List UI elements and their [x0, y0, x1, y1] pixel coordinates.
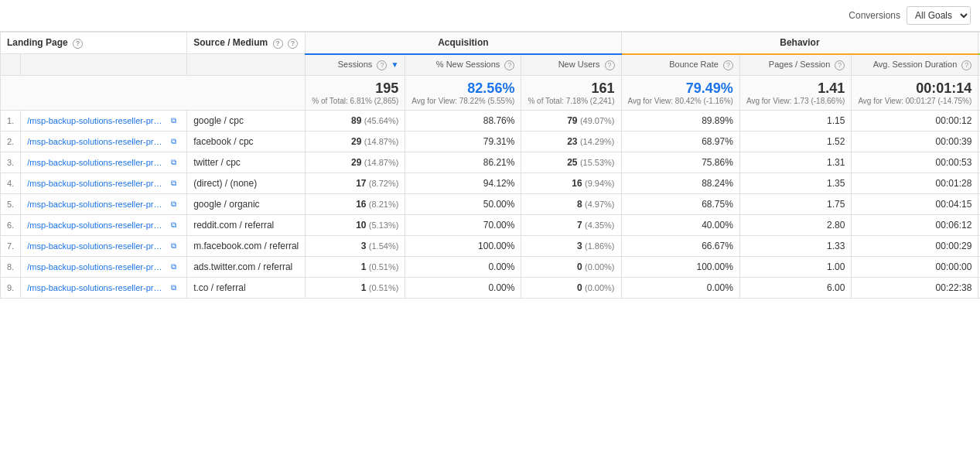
- source-medium-help-icon[interactable]: ?: [273, 39, 283, 49]
- pct-new-sessions-cell: 50.00%: [405, 193, 521, 214]
- table-row: 1. /msp-backup-solutions-reseller-progra…: [1, 110, 981, 131]
- pages-session-help-icon[interactable]: ?: [835, 60, 845, 70]
- bounce-rate-cell: 68.75%: [621, 193, 739, 214]
- sessions-cell: 1 (0.51%): [306, 277, 405, 298]
- landing-page-cell: /msp-backup-solutions-reseller-program/ …: [21, 256, 187, 277]
- totals-pages-sub: Avg for View: 1.73 (-18.66%): [746, 97, 845, 105]
- new-users-help-icon[interactable]: ?: [605, 60, 615, 70]
- landing-page-ext-icon[interactable]: ⧉: [171, 116, 180, 125]
- totals-new-users-sub: % of Total: 7.18% (2,241): [528, 97, 614, 105]
- source-medium-header: Source / Medium ? ?: [187, 32, 306, 54]
- pages-session-cell: 1.31: [739, 152, 851, 173]
- pages-session-cell: 1.00: [739, 256, 851, 277]
- landing-page-link[interactable]: /msp-backup-solutions-reseller-program/: [27, 262, 166, 272]
- pages-session-col-header[interactable]: Pages / Session ?: [739, 54, 851, 76]
- landing-page-header: Landing Page ?: [1, 32, 187, 54]
- pages-session-cell: 1.75: [739, 193, 851, 214]
- totals-bounce-sub: Avg for View: 80.42% (-1.16%): [628, 97, 733, 105]
- totals-sessions-val: 195: [312, 80, 398, 97]
- new-users-col-header[interactable]: New Users ?: [521, 54, 621, 76]
- row-num-col: [1, 54, 21, 76]
- table-row: 2. /msp-backup-solutions-reseller-progra…: [1, 131, 981, 152]
- behavior-section-header: Behavior: [621, 32, 978, 54]
- totals-pct-new-sub: Avg for View: 78.22% (5.55%): [411, 97, 514, 105]
- landing-page-link[interactable]: /msp-backup-solutions-reseller-program/: [27, 283, 166, 292]
- landing-page-ext-icon[interactable]: ⧉: [171, 179, 180, 188]
- source-medium-cell: t.co / referral: [187, 277, 306, 298]
- table-row: 6. /msp-backup-solutions-reseller-progra…: [1, 214, 981, 235]
- source-medium-cell: m.facebook.com / referral: [187, 235, 306, 256]
- landing-page-ext-icon[interactable]: ⧉: [171, 137, 180, 146]
- source-medium-cell: google / organic: [187, 193, 306, 214]
- landing-page-ext-icon[interactable]: ⧉: [171, 220, 180, 230]
- table-row: 3. /msp-backup-solutions-reseller-progra…: [1, 152, 981, 173]
- landing-page-ext-icon[interactable]: ⧉: [171, 283, 180, 292]
- sessions-col-header[interactable]: Sessions ? ▼: [306, 54, 405, 76]
- totals-bounce-val: 79.49%: [686, 80, 733, 96]
- landing-page-link[interactable]: /msp-backup-solutions-reseller-program/: [27, 200, 166, 209]
- landing-page-ext-icon[interactable]: ⧉: [171, 262, 180, 272]
- pct-new-sessions-cell: 70.00%: [405, 214, 521, 235]
- landing-page-link[interactable]: /msp-backup-solutions-reseller-program/: [27, 179, 166, 188]
- pct-new-sessions-help-icon[interactable]: ?: [504, 60, 514, 70]
- landing-page-cell: /msp-backup-solutions-reseller-program/ …: [21, 193, 187, 214]
- source-col-header: [187, 54, 306, 76]
- avg-session-cell: 00:00:12: [852, 110, 978, 131]
- conversions-label: Conversions: [849, 10, 900, 21]
- new-users-cell: 79 (49.07%): [521, 110, 621, 131]
- avg-session-cell: 00:00:00: [852, 256, 978, 277]
- bounce-rate-cell: 40.00%: [621, 214, 739, 235]
- landing-page-link[interactable]: /msp-backup-solutions-reseller-program/: [27, 158, 166, 167]
- source-medium-cell: reddit.com / referral: [187, 214, 306, 235]
- totals-avg-session-sub: Avg for View: 00:01:27 (-14.75%): [858, 97, 971, 105]
- source-medium-cell: facebook / cpc: [187, 131, 306, 152]
- pages-session-cell: 2.80: [739, 214, 851, 235]
- table-row: 5. /msp-backup-solutions-reseller-progra…: [1, 193, 981, 214]
- goals-select[interactable]: All Goals: [907, 6, 971, 25]
- bounce-rate-cell: 75.86%: [621, 152, 739, 173]
- sessions-cell: 16 (8.21%): [306, 193, 405, 214]
- sessions-cell: 17 (8.72%): [306, 173, 405, 193]
- bounce-rate-col-header[interactable]: Bounce Rate ?: [621, 54, 739, 76]
- source-medium-cell: (direct) / (none): [187, 173, 306, 193]
- row-number: 1.: [1, 110, 21, 131]
- row-number: 3.: [1, 152, 21, 173]
- new-users-cell: 7 (4.35%): [521, 214, 621, 235]
- avg-session-cell: 00:01:28: [852, 173, 978, 193]
- avg-session-help-icon[interactable]: ?: [961, 60, 971, 70]
- row-number: 9.: [1, 277, 21, 298]
- new-users-cell: 23 (14.29%): [521, 131, 621, 152]
- sessions-sort-icon[interactable]: ▼: [391, 60, 398, 69]
- pages-session-cell: 1.33: [739, 235, 851, 256]
- landing-page-cell: /msp-backup-solutions-reseller-program/ …: [21, 152, 187, 173]
- pages-session-cell: 1.35: [739, 173, 851, 193]
- new-users-cell: 16 (9.94%): [521, 173, 621, 193]
- landing-page-ext-icon[interactable]: ⧉: [171, 200, 180, 209]
- source-medium-info-icon[interactable]: ?: [288, 39, 298, 49]
- landing-page-ext-icon[interactable]: ⧉: [171, 241, 180, 251]
- landing-page-link[interactable]: /msp-backup-solutions-reseller-program/: [27, 220, 166, 230]
- new-users-cell: 0 (0.00%): [521, 277, 621, 298]
- source-medium-cell: twitter / cpc: [187, 152, 306, 173]
- pct-new-sessions-cell: 0.00%: [405, 277, 521, 298]
- landing-page-cell: /msp-backup-solutions-reseller-program/ …: [21, 131, 187, 152]
- row-number: 7.: [1, 235, 21, 256]
- landing-page-link[interactable]: /msp-backup-solutions-reseller-program/: [27, 116, 166, 125]
- landing-col-header: [21, 54, 187, 76]
- bounce-rate-help-icon[interactable]: ?: [723, 60, 733, 70]
- landing-page-ext-icon[interactable]: ⧉: [171, 158, 180, 167]
- sessions-cell: 29 (14.87%): [306, 152, 405, 173]
- landing-page-link[interactable]: /msp-backup-solutions-reseller-program/: [27, 137, 166, 146]
- avg-session-col-header[interactable]: Avg. Session Duration ?: [852, 54, 978, 76]
- landing-page-link[interactable]: /msp-backup-solutions-reseller-program/: [27, 241, 166, 251]
- pct-new-sessions-col-header[interactable]: % New Sessions ?: [405, 54, 521, 76]
- pages-session-cell: 1.15: [739, 110, 851, 131]
- avg-session-cell: 00:04:15: [852, 193, 978, 214]
- sessions-help-icon[interactable]: ?: [377, 60, 387, 70]
- pages-session-cell: 1.52: [739, 131, 851, 152]
- pages-session-cell: 6.00: [739, 277, 851, 298]
- avg-session-cell: 00:22:38: [852, 277, 978, 298]
- sessions-cell: 1 (0.51%): [306, 256, 405, 277]
- landing-page-help-icon[interactable]: ?: [73, 39, 83, 49]
- source-medium-cell: ads.twitter.com / referral: [187, 256, 306, 277]
